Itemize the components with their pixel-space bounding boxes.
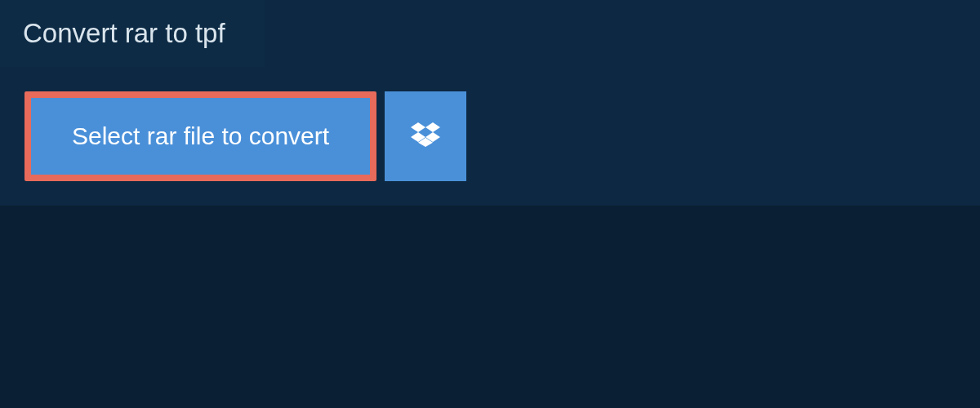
converter-panel: Convert rar to tpf Select rar file to co…: [0, 0, 980, 206]
dropbox-icon: [411, 120, 440, 153]
tab-convert[interactable]: Convert rar to tpf: [0, 0, 265, 67]
button-row: Select rar file to convert: [0, 67, 980, 181]
select-file-button[interactable]: Select rar file to convert: [24, 91, 376, 181]
dropbox-button[interactable]: [385, 91, 466, 181]
select-file-label: Select rar file to convert: [72, 122, 329, 150]
tab-title: Convert rar to tpf: [23, 18, 225, 48]
tab-area: Convert rar to tpf: [0, 0, 980, 67]
